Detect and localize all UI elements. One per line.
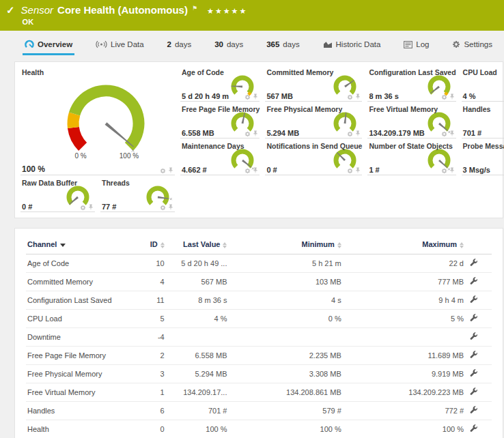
wrench-icon[interactable] <box>470 369 478 377</box>
channel-row-handles: Handles6701 #579 #772 # <box>26 402 492 420</box>
status-badge: OK <box>23 18 248 26</box>
channel-name: Handles <box>26 402 135 420</box>
pin-icon[interactable] <box>355 93 361 100</box>
priority-stars[interactable]: ★★★★★ <box>207 7 247 16</box>
gear-icon[interactable] <box>160 168 166 174</box>
gear-icon[interactable] <box>244 131 251 137</box>
tab-bar: OverviewLive Data2days30days365daysHisto… <box>0 31 504 55</box>
wrench-icon[interactable] <box>470 424 478 433</box>
pin-icon[interactable] <box>355 167 361 174</box>
channel-id: 4 <box>135 273 166 291</box>
gauge-title: Free Physical Memory <box>265 103 362 113</box>
tab-365-days[interactable]: 365days <box>264 38 301 55</box>
tab-label: Live Data <box>111 40 144 48</box>
pin-icon[interactable] <box>88 204 94 211</box>
last-value: 5 d 20 h 49 ... <box>166 254 229 273</box>
column-label: Maximum <box>422 240 457 248</box>
maximum: 772 # <box>343 402 465 420</box>
tab-live-data[interactable]: Live Data <box>94 38 146 55</box>
pin-icon[interactable] <box>253 130 258 137</box>
minimum: 4 s <box>228 291 342 310</box>
wrench-icon[interactable] <box>470 406 478 414</box>
wrench-icon[interactable] <box>470 388 478 396</box>
pin-icon[interactable] <box>355 130 361 137</box>
gauge-tile-threads: Threads 77 # <box>100 177 175 212</box>
tab-label: Overview <box>38 40 72 48</box>
gear-icon[interactable] <box>244 94 251 100</box>
wrench-icon[interactable] <box>470 259 478 267</box>
flag-icon[interactable]: ⚑ <box>192 5 197 12</box>
wrench-icon[interactable] <box>470 332 478 340</box>
gauge-title: Free Page File Memory <box>180 103 260 113</box>
last-value: 4 % <box>166 310 229 328</box>
minimum <box>228 328 342 347</box>
pin-icon[interactable] <box>168 167 173 174</box>
tab-30-days[interactable]: 30days <box>212 38 245 55</box>
sort-icon <box>460 242 464 248</box>
tab-2-days[interactable]: 2days <box>165 38 194 55</box>
channel-id: 6 <box>135 402 166 420</box>
gauge-tile-maintenance-days: Maintenance Days 4.662 # <box>180 140 260 175</box>
pin-icon[interactable] <box>168 204 173 211</box>
pin-icon[interactable] <box>449 93 455 100</box>
gauge-needle <box>105 122 135 147</box>
gauge-value: 0 # <box>22 203 32 211</box>
gear-icon[interactable] <box>347 168 353 174</box>
gauge-value: 77 # <box>102 203 116 211</box>
gear-icon[interactable] <box>441 168 447 174</box>
channel-name: CPU Load <box>26 310 135 328</box>
gauge-value: 134.209.179 MB <box>369 129 424 137</box>
column-header-id[interactable]: ID <box>135 234 166 254</box>
gear-icon[interactable] <box>80 205 86 211</box>
wrench-icon[interactable] <box>470 351 478 359</box>
ok-check-icon: ✓ <box>6 4 15 26</box>
channel-id: 1 <box>135 383 166 402</box>
column-header-last-value[interactable]: Last Value <box>166 234 229 254</box>
broadcast-icon <box>96 40 107 48</box>
gear-icon[interactable] <box>441 94 447 100</box>
column-header-channel[interactable]: Channel <box>26 234 135 254</box>
pin-icon[interactable] <box>253 93 258 100</box>
health-gauge-dial: 0 %100 % <box>48 80 175 164</box>
sort-icon <box>337 242 341 248</box>
pin-icon[interactable] <box>449 130 455 137</box>
wrench-icon[interactable] <box>470 277 478 285</box>
log-icon <box>404 41 412 48</box>
channel-row-cpu-load: CPU Load54 %0 %5 % <box>26 310 492 328</box>
gauge-tile-notifications-in-send-queue: Notifications in Send Queue 0 # <box>265 140 362 175</box>
maximum: 777 MB <box>343 273 465 291</box>
gauge-title: Free Virtual Memory <box>367 103 456 113</box>
tab-settings[interactable]: Settings <box>450 38 494 55</box>
gear-icon[interactable] <box>244 168 251 174</box>
pin-icon[interactable] <box>253 167 258 174</box>
gear-icon[interactable] <box>441 131 447 137</box>
wrench-icon[interactable] <box>470 295 478 304</box>
tab-historic-data[interactable]: Historic Data <box>321 38 383 55</box>
scale-min-label: 0 % <box>74 152 86 160</box>
channel-id: 11 <box>135 291 166 310</box>
column-header-minimum[interactable]: Minimum <box>228 234 342 254</box>
channel-id: -4 <box>135 328 166 347</box>
wrench-icon[interactable] <box>470 314 478 322</box>
gauge-value: 0 # <box>266 166 277 174</box>
column-header-maximum[interactable]: Maximum <box>343 234 465 254</box>
channel-name: Age of Code <box>26 254 135 273</box>
maximum: 9 h 4 m <box>343 291 465 310</box>
gauge-grid: Health 0 %100 % 100 % Age of Code 5 d 20… <box>20 66 497 212</box>
tab-label: Historic Data <box>336 40 381 48</box>
last-value <box>166 328 229 347</box>
object-kind-label: Sensor <box>21 4 54 16</box>
tab-overview[interactable]: Overview <box>23 37 74 55</box>
channel-row-free-page-file-memory: Free Page File Memory26.558 MB2.235 MB11… <box>26 347 492 365</box>
gauge-value: 8 m 36 s <box>369 92 398 100</box>
gauge-tile-handles: Handles 701 # <box>462 103 504 138</box>
gauge-tile-free-page-file-memory: Free Page File Memory 6.558 MB <box>180 103 260 138</box>
gear-icon[interactable] <box>347 94 353 100</box>
channel-row-committed-memory: Committed Memory4567 MB103 MB777 MB <box>26 273 492 291</box>
gear-icon[interactable] <box>160 205 166 211</box>
sort-desc-icon <box>60 244 66 247</box>
tab-log[interactable]: Log <box>402 38 431 55</box>
minimum: 103 MB <box>228 273 342 291</box>
pin-icon[interactable] <box>449 167 455 174</box>
gear-icon[interactable] <box>347 131 353 137</box>
